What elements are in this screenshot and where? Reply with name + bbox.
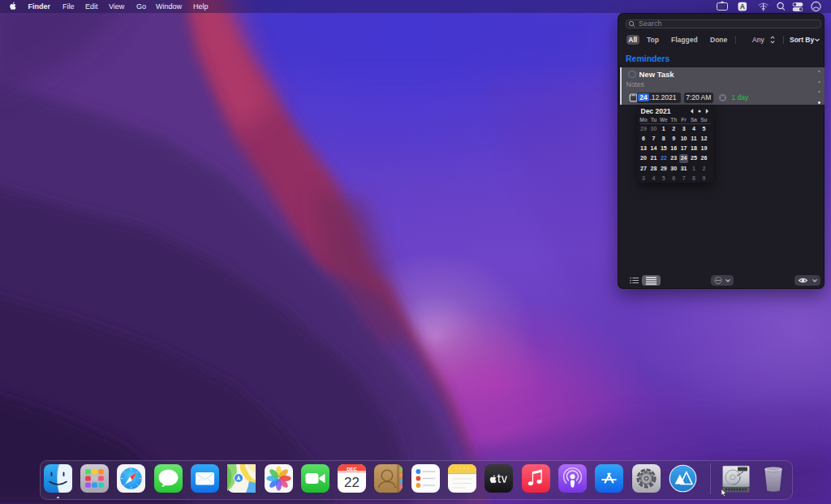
svg-text:A: A	[740, 2, 745, 11]
svg-text:22: 22	[344, 475, 360, 490]
svg-text:DEC: DEC	[347, 467, 357, 472]
